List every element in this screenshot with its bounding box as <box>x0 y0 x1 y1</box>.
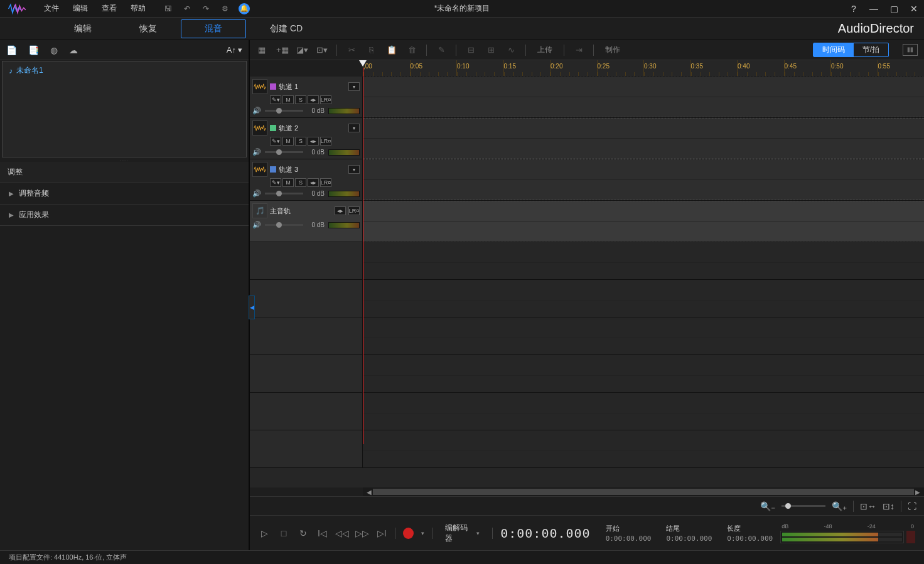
ruler-tick[interactable]: 0:45 <box>784 60 831 76</box>
maximize-icon[interactable]: ▢ <box>889 4 899 14</box>
record-button[interactable] <box>403 528 414 539</box>
ruler-tick[interactable]: 0:20 <box>550 60 597 76</box>
track-color[interactable] <box>270 125 276 131</box>
loop-icon[interactable]: ↻ <box>297 527 309 540</box>
produce-button[interactable]: 制作 <box>603 45 623 55</box>
track-solo-button[interactable]: S <box>295 137 306 146</box>
link-icon[interactable]: ⊡▾ <box>316 45 328 55</box>
track-volume-slider[interactable] <box>265 224 303 226</box>
gear-icon[interactable]: ⚙ <box>220 4 230 14</box>
forward-icon[interactable]: ▷▷ <box>356 527 368 540</box>
track-pan-button[interactable]: ◂▸ <box>308 178 319 187</box>
slider-thumb[interactable] <box>276 108 282 114</box>
select-tool-icon[interactable]: ▦ <box>256 45 267 55</box>
track-pan-button[interactable]: ◂▸ <box>335 206 346 215</box>
minimize-icon[interactable]: — <box>869 4 879 14</box>
playhead[interactable] <box>363 60 370 68</box>
import-file-icon[interactable]: 📄 <box>6 45 17 55</box>
undo-icon[interactable]: ↶ <box>182 4 192 14</box>
waveform-icon[interactable] <box>252 162 267 177</box>
track-channel-button[interactable]: LR¤ <box>320 137 331 146</box>
record-dropdown-icon[interactable]: ▾ <box>421 530 424 536</box>
tab-edit[interactable]: 编辑 <box>50 19 115 38</box>
track-content[interactable] <box>363 159 924 200</box>
ruler-tick[interactable]: 0:30 <box>643 60 690 76</box>
waveform-icon[interactable] <box>252 79 267 94</box>
track-volume-slider[interactable] <box>265 110 303 112</box>
track-content[interactable] <box>363 201 924 242</box>
zoom-fit-h-icon[interactable]: ⊡↔ <box>860 501 876 511</box>
tab-createcd[interactable]: 创建 CD <box>246 19 326 38</box>
empty-track-row[interactable] <box>250 355 924 393</box>
empty-track-row[interactable] <box>250 242 924 280</box>
scroll-left-icon[interactable]: ◀ <box>365 489 373 496</box>
track-volume-slider[interactable] <box>265 151 303 153</box>
ruler-tick[interactable]: 0:25 <box>597 60 644 76</box>
export-icon[interactable]: ⇥ <box>573 45 584 55</box>
tab-restore[interactable]: 恢复 <box>115 19 181 38</box>
layers-icon[interactable]: ◪▾ <box>296 45 308 55</box>
track-name[interactable]: 轨道 2 <box>279 124 346 133</box>
track-pan-button[interactable]: ◂▸ <box>308 95 319 104</box>
collapse-handle[interactable]: ◀ <box>249 295 255 319</box>
zoom-slider-thumb[interactable] <box>785 503 791 509</box>
ruler-tick[interactable]: 0:50 <box>830 60 878 76</box>
scroll-right-icon[interactable]: ▶ <box>914 489 921 496</box>
track-content[interactable] <box>363 355 924 392</box>
speaker-icon[interactable]: 🔊 <box>252 221 261 229</box>
speaker-icon[interactable]: 🔊 <box>252 107 261 115</box>
rewind-icon[interactable]: ◁◁ <box>336 527 348 540</box>
track-channel-button[interactable]: LR¤ <box>320 178 331 187</box>
track-content[interactable] <box>363 242 924 279</box>
track-mute-button[interactable]: M <box>282 95 294 104</box>
track-solo-button[interactable]: S <box>295 178 306 187</box>
empty-track-row[interactable] <box>250 430 924 468</box>
zoom-slider[interactable] <box>782 505 825 507</box>
empty-track-row[interactable] <box>250 317 924 355</box>
slider-thumb[interactable] <box>276 191 282 196</box>
skip-end-icon[interactable]: ▷I <box>376 527 388 540</box>
track-dropdown-icon[interactable]: ▾ <box>348 124 360 132</box>
track-content[interactable] <box>363 430 924 467</box>
adjust-group-effects[interactable]: ▶ 应用效果 <box>0 205 249 226</box>
import-folder-icon[interactable]: 📑 <box>28 45 39 55</box>
track-automation-button[interactable]: ✎▾ <box>270 95 281 104</box>
pen-icon[interactable]: ✎ <box>436 45 447 55</box>
track-content[interactable] <box>363 118 924 159</box>
clip-indicator[interactable] <box>906 531 915 543</box>
zoom-fit-v-icon[interactable]: ⊡↕ <box>883 501 894 511</box>
ruler-tick[interactable]: 0:35 <box>690 60 738 76</box>
master-icon[interactable]: 🎵 <box>252 203 267 218</box>
slider-thumb[interactable] <box>276 222 282 228</box>
track-channel-button[interactable]: LR¤ <box>348 206 360 215</box>
track-channel-button[interactable]: LR¤ <box>320 95 331 104</box>
redo-icon[interactable]: ↷ <box>201 4 211 14</box>
ruler-tick[interactable]: 0:40 <box>737 60 784 76</box>
save-icon[interactable]: 🖫 <box>163 4 173 14</box>
zoom-in-icon[interactable]: 🔍₊ <box>832 501 847 511</box>
ruler-tick[interactable]: 0:05 <box>410 60 457 76</box>
timeline-ruler[interactable]: ,000:050:100:150:200:250:300:350:400:450… <box>363 60 924 77</box>
track-dropdown-icon[interactable]: ▾ <box>348 165 360 174</box>
fade-icon[interactable]: ∿ <box>505 45 517 55</box>
track-mute-button[interactable]: M <box>282 137 294 146</box>
track-pan-button[interactable]: ◂▸ <box>308 137 319 146</box>
delete-icon[interactable]: 🗑 <box>406 45 417 55</box>
skip-start-icon[interactable]: I◁ <box>316 527 328 540</box>
zoom-out-icon[interactable]: 🔍₋ <box>760 501 775 511</box>
menu-help[interactable]: 帮助 <box>131 3 146 14</box>
speaker-icon[interactable]: 🔊 <box>252 189 261 198</box>
split-icon[interactable]: ⊟ <box>465 45 476 55</box>
ruler-tick[interactable]: 0:15 <box>503 60 551 76</box>
track-mute-button[interactable]: M <box>282 178 294 187</box>
upload-button[interactable]: 上传 <box>535 45 555 55</box>
library-list[interactable]: ♪ 未命名1 <box>2 61 247 157</box>
track-color[interactable] <box>270 83 276 90</box>
track-volume-slider[interactable] <box>265 193 303 194</box>
help-icon[interactable]: ? <box>849 4 859 14</box>
scrollbar-track[interactable] <box>373 489 914 495</box>
empty-track-row[interactable] <box>250 280 924 317</box>
download-icon[interactable]: ◍ <box>50 45 58 55</box>
menu-view[interactable]: 查看 <box>102 3 117 14</box>
codec-button[interactable]: 编解码器 ▾ <box>440 520 485 546</box>
